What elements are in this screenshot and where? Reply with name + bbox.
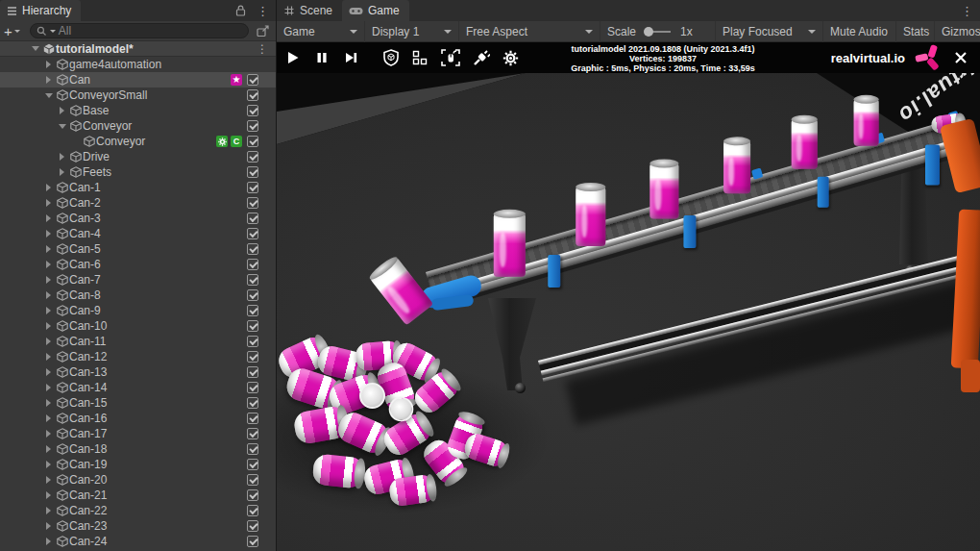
active-checkbox[interactable]: [247, 505, 258, 516]
stats-button[interactable]: Stats: [896, 21, 935, 42]
hierarchy-row[interactable]: Can-12: [0, 349, 276, 364]
open-search-window-icon[interactable]: [257, 25, 270, 38]
active-checkbox[interactable]: [247, 366, 258, 378]
hierarchy-row[interactable]: Can-23: [0, 518, 276, 534]
step-button[interactable]: [342, 49, 359, 66]
game-menu-icon[interactable]: ⋮: [958, 5, 976, 17]
active-checkbox[interactable]: [247, 459, 258, 470]
close-icon[interactable]: [953, 50, 968, 65]
hierarchy-row[interactable]: Can-19: [0, 457, 276, 472]
expand-arrow-icon[interactable]: [29, 46, 41, 51]
expand-arrow-icon[interactable]: [42, 93, 55, 98]
search-input[interactable]: All: [30, 23, 249, 38]
scale-slider-knob[interactable]: [644, 27, 653, 37]
expand-arrow-icon[interactable]: [42, 461, 55, 468]
expand-arrow-icon[interactable]: [42, 291, 55, 299]
active-checkbox[interactable]: [247, 105, 258, 116]
hierarchy-row[interactable]: Can-7: [0, 272, 276, 288]
expand-arrow-icon[interactable]: [42, 368, 55, 376]
expand-arrow-icon[interactable]: [42, 261, 55, 268]
active-checkbox[interactable]: [247, 289, 258, 301]
expand-arrow-icon[interactable]: [42, 399, 55, 407]
expand-arrow-icon[interactable]: [56, 107, 68, 114]
mouse-capture-icon[interactable]: [440, 49, 461, 66]
hierarchy-row[interactable]: tutorialmodel*⋮: [0, 41, 276, 57]
tab-game[interactable]: Game: [342, 0, 409, 21]
active-checkbox[interactable]: [247, 197, 258, 209]
active-checkbox[interactable]: [247, 182, 258, 193]
expand-arrow-icon[interactable]: [42, 384, 55, 391]
expand-arrow-icon[interactable]: [42, 276, 55, 284]
expand-arrow-icon[interactable]: [42, 230, 55, 238]
expand-arrow-icon[interactable]: [56, 124, 68, 129]
hierarchy-row[interactable]: Can-24: [0, 534, 276, 549]
expand-arrow-icon[interactable]: [42, 430, 55, 438]
expand-arrow-icon[interactable]: [42, 214, 55, 222]
active-checkbox[interactable]: [247, 228, 258, 239]
expand-arrow-icon[interactable]: [42, 76, 55, 84]
active-checkbox[interactable]: [247, 320, 258, 332]
hierarchy-row[interactable]: Drive: [0, 149, 276, 164]
active-checkbox[interactable]: [247, 520, 258, 532]
active-checkbox[interactable]: [247, 151, 258, 163]
active-checkbox[interactable]: [247, 274, 258, 286]
active-checkbox[interactable]: [247, 243, 258, 255]
active-checkbox[interactable]: [247, 382, 258, 393]
hierarchy-row[interactable]: Can-17: [0, 426, 276, 441]
expand-arrow-icon[interactable]: [42, 245, 55, 253]
hierarchy-row[interactable]: Can-6: [0, 257, 276, 272]
expand-arrow-icon[interactable]: [42, 307, 55, 314]
expand-arrow-icon[interactable]: [56, 153, 68, 161]
mute-audio-button[interactable]: Mute Audio: [823, 21, 896, 42]
hierarchy-row[interactable]: Can-5: [0, 241, 276, 257]
hierarchy-row[interactable]: Can-10: [0, 318, 276, 334]
active-checkbox[interactable]: [247, 120, 258, 132]
expand-arrow-icon[interactable]: [42, 538, 55, 545]
active-checkbox[interactable]: [247, 89, 258, 101]
hierarchy-row[interactable]: Conveyor: [0, 118, 276, 134]
hierarchy-row[interactable]: Can-4: [0, 226, 276, 241]
active-checkbox[interactable]: [247, 428, 258, 439]
expand-arrow-icon[interactable]: [42, 338, 55, 345]
hierarchy-row[interactable]: ConveyorSmall: [0, 88, 276, 103]
expand-arrow-icon[interactable]: [42, 61, 55, 68]
active-checkbox[interactable]: [247, 336, 258, 347]
hierarchy-row[interactable]: Can-8: [0, 288, 276, 303]
expand-arrow-icon[interactable]: [42, 199, 55, 207]
hierarchy-row[interactable]: Can-9: [0, 303, 276, 318]
connect-icon[interactable]: [473, 49, 490, 66]
hierarchy-row[interactable]: Feets: [0, 164, 276, 180]
active-checkbox[interactable]: [247, 259, 258, 270]
tab-hierarchy[interactable]: Hierarchy: [0, 0, 81, 21]
hierarchy-row[interactable]: Can-14: [0, 380, 276, 395]
hierarchy-row[interactable]: game4automation: [0, 57, 276, 72]
hierarchy-row[interactable]: Can-15: [0, 395, 276, 411]
active-checkbox[interactable]: [247, 474, 258, 486]
active-checkbox[interactable]: [247, 443, 258, 455]
hierarchy-row[interactable]: Can-18: [0, 441, 276, 457]
active-checkbox[interactable]: [247, 413, 258, 424]
expand-arrow-icon[interactable]: [42, 522, 55, 530]
hierarchy-row[interactable]: Can★: [0, 72, 276, 88]
create-button[interactable]: +: [4, 24, 20, 38]
hierarchy-row[interactable]: Can-22: [0, 503, 276, 518]
expand-arrow-icon[interactable]: [42, 507, 55, 514]
active-checkbox[interactable]: [247, 136, 258, 147]
active-checkbox[interactable]: [247, 351, 258, 363]
active-checkbox[interactable]: [247, 489, 258, 501]
hierarchy-row[interactable]: Can-16: [0, 411, 276, 426]
expand-arrow-icon[interactable]: [42, 491, 55, 499]
expand-arrow-icon[interactable]: [42, 476, 55, 484]
pause-button[interactable]: [313, 49, 331, 66]
expand-arrow-icon[interactable]: [42, 322, 55, 330]
tab-scene[interactable]: Scene: [277, 0, 342, 21]
shield-icon[interactable]: [382, 49, 400, 66]
active-checkbox[interactable]: [247, 305, 258, 316]
expand-arrow-icon[interactable]: [42, 184, 55, 191]
active-checkbox[interactable]: [247, 166, 258, 178]
active-checkbox[interactable]: [247, 74, 258, 86]
hierarchy-row[interactable]: ConveyorC: [0, 134, 276, 149]
lock-icon[interactable]: [235, 5, 246, 16]
hierarchy-row[interactable]: Can-11: [0, 334, 276, 349]
display-dropdown[interactable]: Display 1: [365, 21, 459, 42]
